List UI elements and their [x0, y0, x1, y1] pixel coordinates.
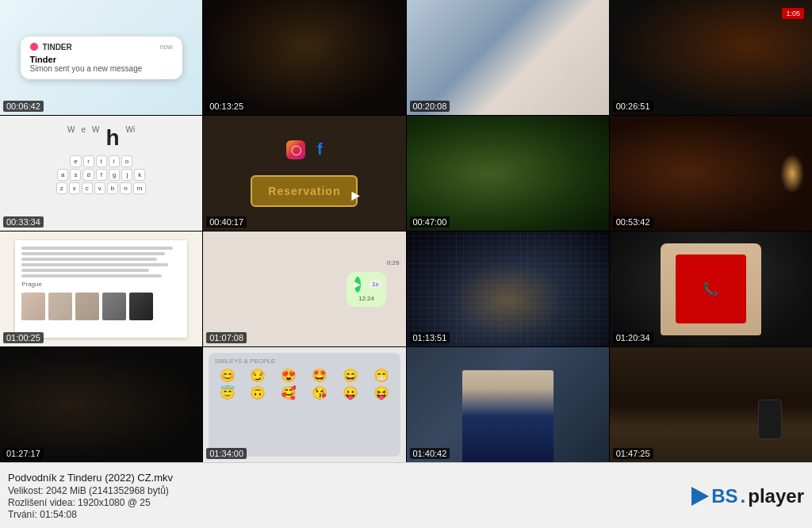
- wa-duration: 0:29: [387, 259, 400, 266]
- emoji-7: 😇: [220, 385, 236, 400]
- photo-strip: [21, 293, 181, 320]
- wa-bubble-wrap: 0:29 ▶ 1x 12:24: [347, 272, 399, 307]
- thumbnail-5[interactable]: W e W h Wi e r t i o a s: [0, 116, 202, 231]
- tinder-app-name: TINDER: [43, 43, 155, 52]
- table-bg: [610, 347, 812, 462]
- thumbnail-1[interactable]: TINDER now Tinder Simon sent you a new m…: [0, 0, 202, 115]
- kb-row-3: z x c v b n m: [14, 182, 189, 194]
- scene-bg: [203, 0, 405, 115]
- timestamp-6: 00:40:17: [206, 216, 247, 228]
- kb-h-key: h: [105, 125, 119, 151]
- presenter-figure: [462, 370, 553, 462]
- thumbnail-14[interactable]: SMILEYS & PEOPLE 😊 😏 😍 🤩 😄 😁 😇 🙃 🥰 😘: [203, 347, 405, 462]
- wa-content: 0:29 ▶ 1x 12:24: [203, 266, 405, 313]
- emoji-8: 🙃: [250, 385, 266, 400]
- thumbnail-10[interactable]: 0:29 ▶ 1x 12:24: [203, 231, 405, 346]
- tinder-message: Simon sent you a new message: [30, 64, 173, 73]
- text-line: [21, 269, 149, 272]
- thumbnail-7[interactable]: 00:47:00: [407, 116, 609, 231]
- dark-scene: [203, 0, 405, 115]
- presenter-bg: [407, 347, 609, 462]
- info-text-block: Podvodník z Tinderu (2022) CZ.mkv Veliko…: [8, 472, 691, 521]
- duration: Trvání: 01:54:08: [8, 509, 691, 520]
- table-scene: [610, 347, 812, 462]
- reservation-scene: ◯ f Reservation: [203, 116, 405, 231]
- thumbnail-3[interactable]: 00:20:08: [407, 0, 609, 115]
- kb-top-row: W e W h Wi: [14, 125, 189, 151]
- wa-audio-player: ▶ 1x: [354, 277, 378, 293]
- wa-time: 12:24: [354, 295, 378, 302]
- city-scene: [407, 231, 609, 346]
- oven-scene: 1:05: [610, 0, 812, 115]
- info-bar: Podvodník z Tinderu (2022) CZ.mkv Veliko…: [0, 462, 812, 528]
- photo-2: [48, 293, 72, 320]
- table-phone: [758, 400, 782, 439]
- reservation-content: ◯ f Reservation: [251, 140, 358, 207]
- thumbnail-4[interactable]: 1:05 00:26:51: [610, 0, 812, 115]
- timestamp-3: 00:20:08: [410, 101, 450, 112]
- wa-message-bubble: ▶ 1x 12:24: [347, 272, 386, 307]
- kb-row-2: a s d f g j k: [14, 169, 189, 181]
- keyboard-scene: W e W h Wi e r t i o a s: [0, 116, 202, 231]
- call-bg: 📞: [610, 231, 812, 346]
- wa-speed: 1x: [369, 280, 381, 289]
- timestamp-10: 01:07:08: [206, 332, 247, 343]
- emoji-row-1: 😊 😏 😍 🤩 😄 😁: [213, 368, 396, 383]
- timestamp-13: 01:27:17: [3, 448, 44, 459]
- thumbnail-16[interactable]: 01:47:25: [610, 347, 812, 462]
- thumbnail-9[interactable]: Prague 01:00:25: [0, 231, 202, 346]
- emoji-12: 😝: [373, 385, 389, 400]
- timestamp-11: 01:13:51: [410, 332, 450, 343]
- timestamp-16: 01:47:25: [613, 448, 653, 459]
- emoji-keyboard: SMILEYS & PEOPLE 😊 😏 😍 🤩 😄 😁 😇 🙃 🥰 😘: [209, 353, 400, 457]
- blur-bg: [407, 116, 609, 231]
- photo-4: [102, 293, 126, 320]
- emoji-11: 😛: [343, 385, 358, 400]
- lamp-glow: [780, 154, 804, 193]
- text-line: [21, 258, 157, 261]
- document-scene: Prague: [0, 231, 202, 346]
- text-line: [21, 247, 173, 250]
- file-size: Velikost: 2042 MiB (2141352968 bytů): [8, 485, 691, 496]
- social-icons: ◯ f: [286, 140, 323, 159]
- emoji-section-header: SMILEYS & PEOPLE: [213, 358, 396, 365]
- emoji-4: 🤩: [312, 368, 327, 383]
- emoji-3: 😍: [281, 368, 297, 383]
- emoji-9: 🥰: [281, 385, 297, 400]
- tinder-notification: TINDER now Tinder Simon sent you a new m…: [21, 36, 182, 79]
- instagram-icon: ◯: [286, 140, 305, 159]
- timestamp-12: 01:20:34: [613, 332, 653, 343]
- person-scene: [407, 0, 609, 115]
- phone-call-scene: 📞: [610, 231, 812, 346]
- thumbnail-2[interactable]: 00:13:25: [203, 0, 405, 115]
- thumbnail-6[interactable]: ◯ f Reservation 00:40:17: [203, 116, 405, 231]
- bs-play-triangle: [691, 487, 709, 506]
- dark-bg: [0, 347, 202, 462]
- thumbnail-8[interactable]: 00:53:42: [610, 116, 812, 231]
- emoji-1: 😊: [220, 368, 236, 383]
- photo-3: [75, 293, 99, 320]
- wa-play-button: ▶: [354, 277, 361, 293]
- text-line: [21, 263, 168, 266]
- bs-letters: BS: [711, 485, 737, 507]
- video-grid: TINDER now Tinder Simon sent you a new m…: [0, 0, 812, 462]
- timestamp-5: 00:33:34: [3, 216, 44, 228]
- phone-screen-red: 📞: [676, 254, 746, 323]
- filename: Podvodník z Tinderu (2022) CZ.mkv: [8, 472, 691, 484]
- timestamp-15: 01:40:42: [410, 448, 450, 459]
- thumbnail-15[interactable]: 01:40:42: [407, 347, 609, 462]
- phone-dark-scene: [0, 347, 202, 462]
- thumbnail-12[interactable]: 📞 01:20:34: [610, 231, 812, 346]
- bs-player-word: player: [748, 485, 804, 507]
- play-icon: ▶: [354, 280, 361, 289]
- emoji-2: 😏: [250, 368, 266, 383]
- text-line: [21, 252, 165, 255]
- doc-label: Prague: [21, 281, 181, 288]
- thumbnail-13[interactable]: 01:27:17: [0, 347, 202, 462]
- woman-bg: [610, 116, 812, 231]
- emoji-scene: SMILEYS & PEOPLE 😊 😏 😍 🤩 😄 😁 😇 🙃 🥰 😘: [203, 347, 405, 462]
- thumbnail-11[interactable]: 01:13:51: [407, 231, 609, 346]
- oven-display: 1:05: [782, 8, 804, 19]
- timestamp-2: 00:13:25: [206, 101, 247, 112]
- timestamp-9: 01:00:25: [3, 332, 44, 343]
